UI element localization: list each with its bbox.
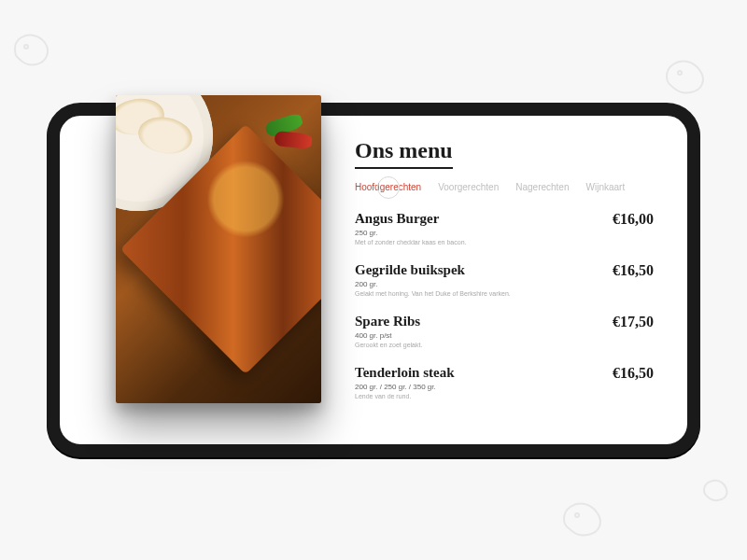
item-price: €16,50 bbox=[613, 365, 654, 382]
item-weight: 250 gr. bbox=[355, 229, 613, 237]
item-price: €16,50 bbox=[613, 262, 654, 279]
menu-item[interactable]: Spare Ribs 400 gr. p/st Gerookt en zoet … bbox=[355, 314, 654, 348]
svg-point-0 bbox=[24, 45, 28, 49]
item-description: Lende van de rund. bbox=[355, 393, 613, 399]
device-frame: Ons menu Hoofdgerechten Voorgerechten Na… bbox=[47, 103, 700, 457]
item-name: Tenderloin steak bbox=[355, 365, 613, 381]
item-weight: 200 gr. bbox=[355, 280, 613, 288]
item-description: Gerookt en zoet gelakt. bbox=[355, 342, 613, 348]
item-description: Met of zonder cheddar kaas en bacon. bbox=[355, 239, 613, 245]
background-doodle-icon bbox=[555, 495, 607, 543]
background-doodle-icon bbox=[7, 28, 54, 73]
tab-nagerechten[interactable]: Nagerechten bbox=[515, 182, 569, 192]
tab-voorgerechten[interactable]: Voorgerechten bbox=[438, 182, 499, 192]
item-name: Spare Ribs bbox=[355, 314, 613, 329]
svg-point-2 bbox=[575, 513, 579, 517]
menu-items-list: Angus Burger 250 gr. Met of zonder chedd… bbox=[355, 211, 654, 399]
background-doodle-icon bbox=[698, 476, 730, 508]
item-price: €16,00 bbox=[613, 211, 654, 228]
item-weight: 400 gr. p/st bbox=[355, 331, 613, 340]
item-description: Gelakt met honing. Van het Duke of Berks… bbox=[355, 290, 613, 297]
item-weight: 200 gr. / 250 gr. / 350 gr. bbox=[355, 383, 613, 391]
menu-item[interactable]: Tenderloin steak 200 gr. / 250 gr. / 350… bbox=[355, 365, 654, 399]
food-photo bbox=[116, 95, 321, 403]
tab-wijnkaart[interactable]: Wijnkaart bbox=[586, 182, 626, 192]
menu-title: Ons menu bbox=[355, 138, 453, 169]
item-name: Angus Burger bbox=[355, 211, 613, 227]
menu-item[interactable]: Gegrilde buikspek 200 gr. Gelakt met hon… bbox=[355, 262, 654, 297]
menu-panel: Ons menu Hoofdgerechten Voorgerechten Na… bbox=[321, 133, 654, 427]
menu-tabs: Hoofdgerechten Voorgerechten Nagerechten… bbox=[355, 182, 654, 192]
tab-hoofdgerechten[interactable]: Hoofdgerechten bbox=[355, 182, 421, 192]
item-price: €17,50 bbox=[613, 314, 654, 330]
background-doodle-icon bbox=[657, 52, 710, 101]
svg-point-1 bbox=[678, 71, 682, 75]
item-name: Gegrilde buikspek bbox=[355, 262, 613, 278]
menu-item[interactable]: Angus Burger 250 gr. Met of zonder chedd… bbox=[355, 211, 654, 245]
